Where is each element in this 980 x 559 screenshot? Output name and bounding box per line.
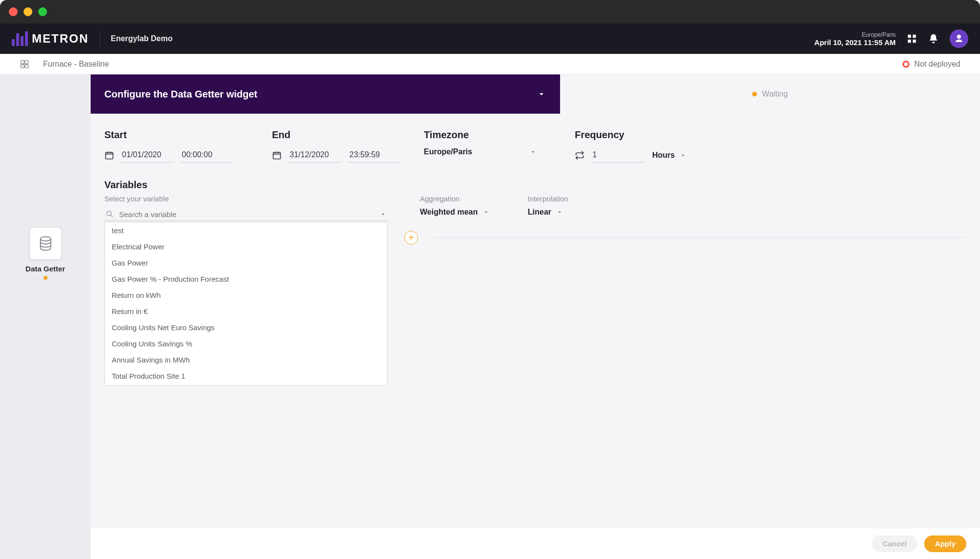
user-avatar[interactable] [950, 29, 968, 48]
variable-option[interactable]: Annual Savings in MWh [105, 352, 387, 368]
window-close-dot[interactable] [9, 7, 18, 16]
variable-option[interactable]: Total Production Site 1 [105, 368, 387, 384]
status-label: Waiting [762, 90, 788, 98]
start-label: Start [104, 129, 272, 141]
search-icon [105, 210, 114, 219]
apply-button[interactable]: Apply [924, 535, 966, 552]
plus-icon: + [408, 232, 414, 243]
interpolation-label: Interpolation [528, 194, 606, 203]
svg-rect-4 [21, 60, 24, 64]
chevron-down-icon [680, 152, 686, 159]
variable-select-label: Select your variable [104, 194, 388, 203]
footer-bar: Cancel Apply [91, 528, 980, 559]
svg-rect-2 [908, 40, 911, 43]
person-icon [954, 34, 964, 44]
bars-icon [12, 31, 28, 46]
svg-rect-1 [913, 35, 916, 38]
divider [433, 237, 966, 238]
frequency-value-input[interactable] [591, 147, 645, 163]
database-icon [37, 235, 54, 252]
sidebar-node-data-getter[interactable] [29, 227, 62, 260]
cancel-button[interactable]: Cancel [872, 535, 917, 552]
frequency-unit-value: Hours [652, 151, 675, 160]
sidebar-node-label: Data Getter [25, 265, 65, 273]
svg-rect-3 [913, 40, 916, 43]
window-maximize-dot[interactable] [38, 7, 47, 16]
calendar-icon[interactable] [272, 150, 282, 160]
deploy-status: Not deployed [914, 60, 960, 69]
svg-rect-5 [25, 60, 28, 64]
panel-status: Waiting [560, 74, 980, 114]
project-name: Energylab Demo [111, 34, 172, 43]
apps-grid-icon[interactable] [906, 33, 917, 44]
end-time-input[interactable] [348, 147, 401, 163]
window-minimize-dot[interactable] [24, 7, 32, 16]
panel-title: Configure the Data Getter widget [104, 89, 257, 100]
chevron-down-icon [483, 209, 490, 216]
svg-point-8 [40, 237, 50, 241]
dashboard-icon[interactable] [20, 59, 29, 69]
frequency-label: Frequency [575, 129, 966, 141]
svg-rect-9 [106, 152, 113, 159]
variable-option[interactable]: Gas Power [105, 255, 387, 271]
svg-rect-10 [273, 152, 281, 159]
aggregation-value: Weighted mean [420, 208, 478, 217]
clock-timezone: Europe/Paris [814, 31, 896, 38]
interpolation-value: Linear [528, 208, 551, 217]
variable-option[interactable]: Electrical Power [105, 239, 387, 255]
variable-option[interactable]: test [105, 222, 387, 239]
panel-header[interactable]: Configure the Data Getter widget [91, 74, 560, 114]
variable-option[interactable]: Cooling Units Net Euro Savings [105, 319, 387, 336]
chevron-up-icon [380, 211, 387, 218]
sidebar-node-status-dot [44, 276, 48, 280]
bell-icon[interactable] [928, 33, 939, 44]
end-date-input[interactable] [289, 147, 342, 163]
chevron-down-icon [537, 89, 546, 99]
start-time-input[interactable] [181, 147, 234, 163]
breadcrumb: Furnace - Baseline [43, 60, 109, 69]
variables-label: Variables [104, 179, 966, 191]
interpolation-select[interactable]: Linear [528, 208, 606, 217]
divider [99, 31, 100, 47]
variable-dropdown-list[interactable]: testElectrical PowerGas PowerGas Power %… [104, 222, 388, 386]
timezone-select[interactable]: Europe/Paris [424, 147, 537, 156]
frequency-unit-select[interactable]: Hours [652, 151, 686, 160]
variable-search[interactable] [104, 208, 388, 221]
chevron-down-icon [530, 148, 537, 155]
timezone-label: Timezone [424, 129, 575, 141]
variable-option[interactable]: Cooling Units Savings % [105, 336, 387, 352]
add-variable-button[interactable]: + [404, 231, 418, 244]
variable-search-input[interactable] [119, 210, 375, 219]
app-header: METRON Energylab Demo Europe/Paris April… [0, 24, 980, 54]
start-date-input[interactable] [121, 147, 174, 163]
variable-option[interactable]: Return on kWh [105, 287, 387, 303]
subnav: Furnace - Baseline Not deployed [0, 54, 980, 74]
clock-datetime: April 10, 2021 11:55 AM [814, 38, 896, 47]
status-dot-icon [752, 92, 757, 97]
sidebar: Data Getter [0, 74, 91, 559]
svg-point-11 [107, 211, 111, 216]
svg-rect-7 [25, 64, 28, 68]
aggregation-label: Aggregation [420, 194, 498, 203]
variable-option[interactable]: Gas Power % - Production Forecast [105, 271, 387, 287]
status-ring-icon [903, 61, 909, 68]
variable-option[interactable]: Return in € [105, 303, 387, 319]
brand-logo: METRON [12, 31, 89, 46]
svg-rect-6 [21, 64, 24, 68]
window-titlebar [0, 0, 980, 24]
header-clock: Europe/Paris April 10, 2021 11:55 AM [814, 31, 896, 47]
chevron-down-icon [556, 209, 563, 216]
timezone-value: Europe/Paris [424, 147, 472, 156]
svg-rect-0 [908, 35, 911, 38]
brand-name: METRON [32, 32, 89, 46]
calendar-icon[interactable] [104, 150, 114, 160]
variable-option[interactable]: Electricity KPI Site 1 [105, 384, 387, 386]
aggregation-select[interactable]: Weighted mean [420, 208, 498, 217]
repeat-icon [575, 150, 585, 160]
end-label: End [272, 129, 424, 141]
